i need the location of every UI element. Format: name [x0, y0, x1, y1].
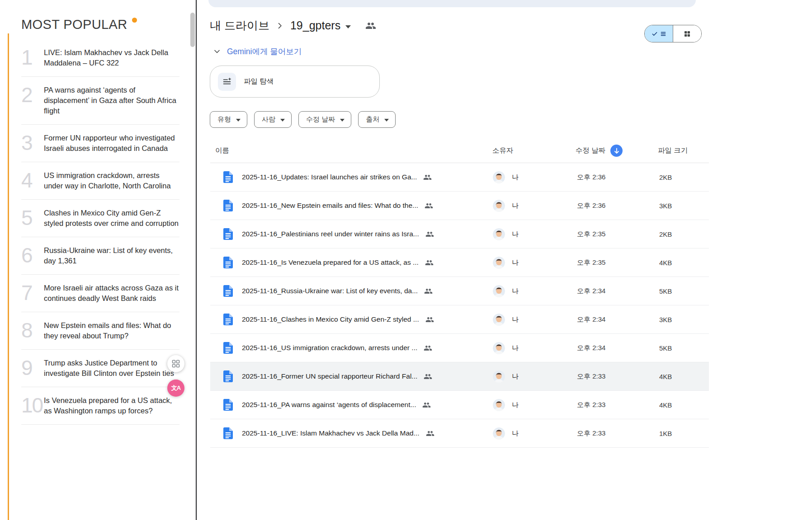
headline-link[interactable]: Clashes in Mexico City amid Gen-Z styled… — [44, 207, 179, 229]
search-placeholder: 파일 탐색 — [244, 77, 274, 86]
owner-cell: 나 — [488, 285, 567, 297]
news-list-item[interactable]: 8 New Epstein emails and files: What do … — [21, 312, 179, 350]
drive-header: 내 드라이브 19_gpters — [198, 0, 812, 33]
file-row[interactable]: 2025-11-16_Is Venezuela prepared for a U… — [210, 248, 709, 277]
news-list-item[interactable]: 4 US immigration crackdown, arrests unde… — [21, 162, 179, 200]
file-name-cell: 2025-11-16_Clashes in Mexico City amid G… — [210, 314, 488, 325]
file-size: 3KB — [649, 316, 709, 323]
caret-down-icon — [280, 119, 285, 122]
modified-time: 오후 2:33 — [567, 401, 649, 409]
file-row[interactable]: 2025-11-16_Former UN special rapporteur … — [210, 362, 709, 391]
file-name: 2025-11-16_US immigration crackdown, arr… — [242, 344, 417, 352]
file-size: 2KB — [649, 173, 709, 181]
grid-layout-icon — [684, 30, 691, 37]
rank-number: 4 — [21, 171, 44, 191]
widget-grid-icon — [172, 360, 180, 368]
file-row[interactable]: 2025-11-16_Clashes in Mexico City amid G… — [210, 305, 709, 334]
file-size: 2KB — [649, 230, 709, 238]
news-list-item[interactable]: 10 Is Venezuela prepared for a US attack… — [21, 387, 179, 425]
owner-name: 나 — [512, 344, 519, 352]
shared-people-icon — [424, 344, 432, 352]
explore-files-icon — [218, 73, 236, 91]
chevron-down-icon — [212, 47, 222, 56]
file-name: 2025-11-16_Former UN special rapporteur … — [242, 372, 417, 380]
file-row[interactable]: 2025-11-16_New Epstein emails and files:… — [210, 192, 709, 220]
owner-avatar — [493, 342, 505, 354]
header-modified[interactable]: 수정 날짜 — [567, 145, 649, 157]
modified-time: 오후 2:34 — [567, 315, 649, 324]
widget-float-button[interactable] — [167, 355, 184, 372]
owner-avatar — [493, 257, 505, 269]
headline-link[interactable]: PA warns against ‘agents of displacement… — [44, 84, 179, 116]
check-icon — [651, 31, 658, 37]
headline-link[interactable]: LIVE: Islam Makhachev vs Jack Della Madd… — [44, 47, 179, 68]
header-owner[interactable]: 소유자 — [488, 146, 567, 155]
news-list-item[interactable]: 2 PA warns against ‘agents of displaceme… — [21, 77, 179, 125]
shared-people-icon — [423, 173, 432, 182]
shared-people-icon — [425, 230, 434, 239]
shared-people-icon — [425, 201, 433, 210]
headline-link[interactable]: Trump asks Justice Department to investi… — [44, 357, 179, 379]
filter-chip[interactable]: 수정 날짜 — [298, 111, 351, 128]
headline-link[interactable]: New Epstein emails and files: What do th… — [44, 319, 179, 341]
filter-chip[interactable]: 사람 — [254, 111, 292, 128]
breadcrumb-folder-button[interactable]: 19_gpters — [290, 19, 351, 32]
headline-link[interactable]: More Israeli air attacks across Gaza as … — [44, 282, 179, 304]
table-header-row: 이름 소유자 수정 날짜 파일 크기 — [210, 139, 709, 163]
news-list-item[interactable]: 5 Clashes in Mexico City amid Gen-Z styl… — [21, 200, 179, 237]
file-name-cell: 2025-11-16_US immigration crackdown, arr… — [210, 342, 488, 354]
file-row[interactable]: 2025-11-16_US immigration crackdown, arr… — [210, 334, 709, 362]
file-name-cell: 2025-11-16_PA warns against ‘agents of d… — [210, 399, 488, 411]
file-search-box[interactable]: 파일 탐색 — [210, 66, 380, 98]
folder-shared-people-icon[interactable] — [365, 20, 376, 31]
owner-name: 나 — [512, 230, 519, 239]
file-name: 2025-11-16_Palestinians reel under winte… — [242, 230, 419, 238]
breadcrumb-my-drive[interactable]: 내 드라이브 — [210, 18, 269, 33]
file-row[interactable]: 2025-11-16_Updates: Israel launches air … — [210, 163, 709, 192]
headline-link[interactable]: Russia-Ukraine war: List of key events, … — [44, 244, 179, 266]
owner-avatar — [493, 200, 505, 212]
file-row[interactable]: 2025-11-16_LIVE: Islam Makhachev vs Jack… — [210, 419, 709, 448]
headline-link[interactable]: Is Venezuela prepared for a US attack, a… — [44, 394, 179, 416]
modified-time: 오후 2:36 — [567, 201, 649, 210]
list-view-button[interactable] — [645, 25, 673, 42]
modified-time: 오후 2:35 — [567, 230, 649, 239]
ask-gemini-toggle[interactable]: Gemini에게 물어보기 — [212, 46, 330, 57]
headline-link[interactable]: Former UN rapporteur who investigated Is… — [44, 132, 179, 154]
owner-cell: 나 — [488, 370, 567, 383]
chevron-right-icon — [275, 21, 284, 30]
file-row[interactable]: 2025-11-16_Russia-Ukraine war: List of k… — [210, 277, 709, 305]
modified-time: 오후 2:35 — [567, 258, 649, 267]
header-size[interactable]: 파일 크기 — [649, 146, 709, 155]
filter-chip-label: 수정 날짜 — [306, 115, 335, 124]
filter-chip[interactable]: 출처 — [358, 111, 396, 128]
modified-time: 오후 2:36 — [567, 173, 649, 182]
owner-name: 나 — [512, 287, 519, 295]
caret-down-icon — [384, 119, 389, 122]
owner-avatar — [493, 228, 505, 240]
file-name-cell: 2025-11-16_Former UN special rapporteur … — [210, 370, 488, 382]
owner-cell: 나 — [488, 427, 567, 440]
breadcrumb-folder-label: 19_gpters — [290, 19, 340, 32]
doc-file-icon — [223, 427, 233, 439]
owner-avatar — [493, 427, 505, 440]
owner-name: 나 — [512, 201, 519, 210]
modified-time: 오후 2:34 — [567, 287, 649, 295]
filter-chip[interactable]: 유형 — [210, 111, 247, 128]
translate-float-button[interactable]: 文A — [167, 379, 184, 397]
breadcrumb: 내 드라이브 19_gpters — [210, 18, 376, 33]
scrollbar-thumb[interactable] — [190, 13, 195, 47]
file-row[interactable]: 2025-11-16_Palestinians reel under winte… — [210, 220, 709, 248]
news-list-item[interactable]: 6 Russia-Ukraine war: List of key events… — [21, 237, 179, 275]
news-list-item[interactable]: 3 Former UN rapporteur who investigated … — [21, 125, 179, 162]
sort-descending-icon[interactable] — [610, 145, 623, 157]
rank-number: 1 — [21, 48, 44, 68]
file-row[interactable]: 2025-11-16_PA warns against ‘agents of d… — [210, 391, 709, 419]
news-list-item[interactable]: 1 LIVE: Islam Makhachev vs Jack Della Ma… — [21, 39, 179, 77]
news-list-item[interactable]: 9 Trump asks Justice Department to inves… — [21, 350, 179, 387]
grid-view-button[interactable] — [673, 25, 701, 42]
news-list-item[interactable]: 7 More Israeli air attacks across Gaza a… — [21, 275, 179, 312]
headline-link[interactable]: US immigration crackdown, arrests under … — [44, 169, 179, 191]
header-name[interactable]: 이름 — [210, 146, 488, 155]
ask-gemini-label[interactable]: Gemini에게 물어보기 — [227, 46, 302, 57]
